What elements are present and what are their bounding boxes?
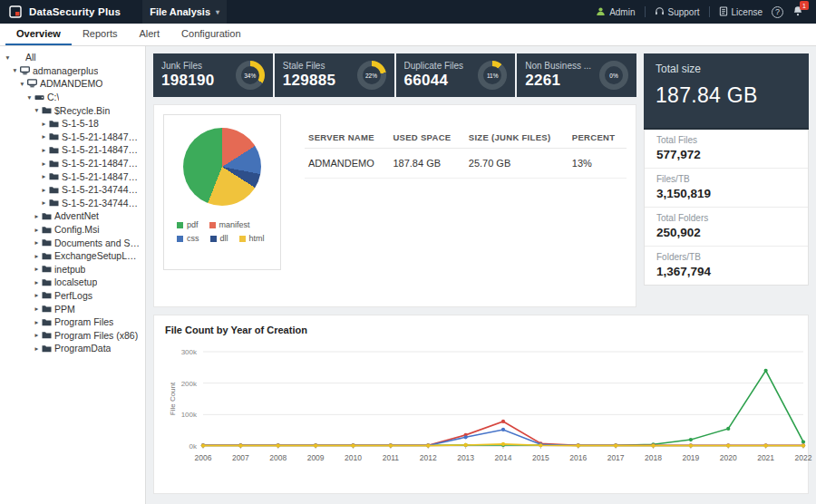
svg-text:2021: 2021: [757, 453, 774, 462]
tree-item[interactable]: ▸S-1-5-18: [0, 117, 145, 131]
legend-item: dll: [210, 234, 228, 243]
tree-item[interactable]: ▸S-1-5-21-3474460175-132841: [0, 183, 145, 197]
total-size-card: Total size 187.84 GB: [644, 53, 809, 130]
expand-icon[interactable]: ▸: [32, 265, 42, 273]
expand-icon[interactable]: ▸: [32, 238, 42, 247]
metric-card[interactable]: Junk Files19819034%: [153, 53, 273, 97]
junk-files-table-wrap: SERVER NAMEUSED SPACESIZE (JUNK FILES)PE…: [305, 127, 627, 297]
tree-item[interactable]: ▸S-1-5-21-1484795863-581620: [0, 170, 145, 183]
tree-item[interactable]: ▸S-1-5-21-1484795863-581620: [0, 131, 145, 144]
notifications-button[interactable]: 1: [792, 5, 803, 18]
tree-item[interactable]: ▸Documents and Settings: [0, 236, 145, 249]
tree-item[interactable]: ▾C:\: [0, 91, 145, 104]
expand-icon[interactable]: ▸: [32, 252, 42, 260]
stat-row: Folders/TB1,367,794: [645, 247, 808, 285]
expand-icon[interactable]: ▸: [39, 120, 49, 128]
folder-icon: [42, 212, 54, 220]
tree-item[interactable]: ▾ADMANDEMO: [0, 77, 145, 91]
brand-title: DataSecurity Plus: [29, 6, 121, 17]
expand-icon[interactable]: ▸: [32, 305, 42, 313]
collapse-icon[interactable]: ▾: [3, 53, 13, 62]
folder-icon: [42, 278, 54, 286]
tree-item-label: AdventNet: [54, 210, 99, 221]
folder-icon: [49, 172, 62, 180]
table-header-cell: PERCENT: [568, 127, 627, 149]
folder-icon: [49, 120, 62, 128]
expand-icon[interactable]: ▸: [39, 146, 49, 154]
expand-icon[interactable]: ▸: [32, 291, 42, 299]
expand-icon[interactable]: ▸: [39, 199, 49, 207]
expand-icon[interactable]: ▸: [32, 344, 42, 353]
tree-item[interactable]: ▾$Recycle.Bin: [0, 103, 145, 117]
module-selector[interactable]: File Analysis ▾: [142, 0, 227, 24]
svg-text:2010: 2010: [345, 453, 362, 462]
legend-label: pdf: [187, 220, 199, 229]
license-menu[interactable]: License: [719, 6, 763, 18]
collapse-icon[interactable]: ▾: [17, 80, 27, 88]
legend-item: pdf: [177, 220, 199, 229]
expand-icon[interactable]: ▸: [39, 172, 49, 180]
support-menu[interactable]: Support: [655, 6, 700, 18]
tree-item[interactable]: ▾All: [0, 51, 145, 64]
tree-item[interactable]: ▸S-1-5-21-1484795863-581620: [0, 143, 145, 157]
stat-value: 577,972: [656, 148, 796, 161]
expand-icon[interactable]: ▸: [39, 160, 49, 168]
tab-configuration[interactable]: Configuration: [170, 24, 251, 45]
total-size-value: 187.84 GB: [656, 83, 797, 108]
tree-item-label: S-1-5-21-3474460175-132841: [62, 198, 141, 208]
legend-swatch: [239, 236, 246, 242]
folder-icon: [42, 318, 54, 326]
expand-icon[interactable]: ▸: [32, 278, 42, 286]
collapse-icon[interactable]: ▾: [24, 93, 34, 102]
svg-text:2009: 2009: [307, 453, 325, 462]
tree-item[interactable]: ▸PPM: [0, 302, 145, 315]
tree-item[interactable]: ▸ExchangeSetupLogs: [0, 249, 145, 263]
metric-card[interactable]: Duplicate Files6604411%: [396, 53, 516, 97]
stat-label: Folders/TB: [656, 252, 796, 262]
collapse-icon[interactable]: ▾: [32, 106, 42, 114]
tree-item[interactable]: ▸Program Files (x86): [0, 328, 145, 342]
legend-swatch: [177, 222, 183, 228]
tab-reports[interactable]: Reports: [72, 24, 129, 45]
tree-item[interactable]: ▸S-1-5-21-3474460175-132841: [0, 197, 145, 210]
admin-label: Admin: [609, 7, 635, 17]
tree-item-label: ProgramData: [54, 343, 111, 354]
expand-icon[interactable]: ▸: [32, 318, 42, 326]
tree-item[interactable]: ▾admanagerplus: [0, 64, 145, 78]
tab-overview[interactable]: Overview: [5, 24, 72, 45]
tree-item[interactable]: ▸ProgramData: [0, 342, 145, 355]
stat-value: 3,150,819: [656, 187, 796, 200]
metric-card[interactable]: Stale Files12988522%: [275, 53, 394, 97]
admin-menu[interactable]: Admin: [596, 6, 635, 18]
tree-item[interactable]: ▸AdventNet: [0, 209, 145, 223]
folder-icon: [42, 106, 54, 114]
percent-gauge-value: 22%: [363, 66, 381, 84]
legend-label: manifest: [219, 220, 250, 229]
help-icon[interactable]: ?: [772, 6, 783, 18]
divider: [645, 6, 646, 17]
tree-item[interactable]: ▸Config.Msi: [0, 223, 145, 237]
svg-text:File Count: File Count: [169, 382, 177, 415]
tree-item[interactable]: ▸inetpub: [0, 263, 145, 276]
metric-card[interactable]: Non Business ...22610%: [517, 53, 636, 97]
expand-icon[interactable]: ▸: [32, 331, 42, 339]
svg-text:2013: 2013: [457, 453, 474, 462]
tree-item[interactable]: ▸PerfLogs: [0, 289, 145, 303]
expand-icon[interactable]: ▸: [32, 212, 42, 220]
folder-icon: [42, 291, 54, 299]
tree-item[interactable]: ▸S-1-5-21-1484795863-581620: [0, 157, 145, 170]
metric-info: Non Business ...2261: [525, 61, 591, 90]
folder-icon: [49, 199, 62, 207]
tree-item[interactable]: ▸localsetup: [0, 276, 145, 289]
collapse-icon[interactable]: ▾: [10, 66, 20, 74]
expand-icon[interactable]: ▸: [39, 132, 49, 141]
expand-icon[interactable]: ▸: [39, 186, 49, 194]
folder-icon: [49, 146, 62, 154]
svg-text:200k: 200k: [181, 380, 198, 388]
tab-alert[interactable]: Alert: [128, 24, 170, 45]
tree-item[interactable]: ▸Program Files: [0, 315, 145, 329]
expand-icon[interactable]: ▸: [32, 226, 42, 234]
stat-label: Total Files: [656, 135, 796, 145]
svg-text:2016: 2016: [569, 453, 587, 462]
table-header-cell: SERVER NAME: [305, 127, 389, 149]
